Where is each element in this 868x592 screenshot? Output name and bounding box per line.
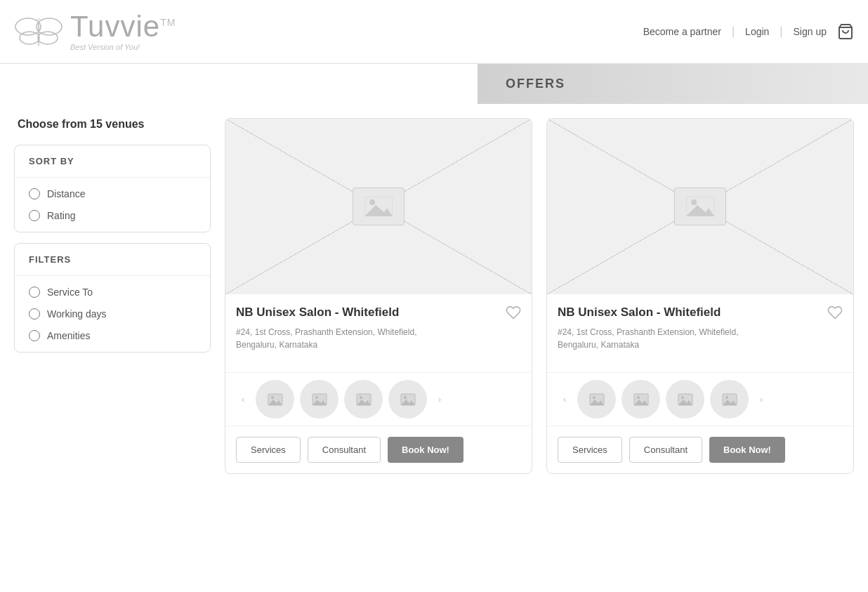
filter-amenities-label: Amenities (47, 330, 90, 341)
svg-point-33 (725, 396, 728, 399)
logo-tm: TM (160, 17, 176, 28)
mountain-icon-1 (364, 197, 393, 216)
venues-count: Choose from 15 venues (18, 118, 211, 131)
svg-point-9 (271, 396, 274, 399)
svg-point-27 (637, 396, 640, 399)
svg-point-3 (38, 32, 58, 44)
filter-service-to-option[interactable]: Service To (29, 287, 196, 298)
venue-image-1 (225, 119, 532, 294)
thumb-image-icon-2-4 (721, 391, 738, 408)
venue-info-1: NB Unisex Salon - Whitefield #24, 1st Cr… (225, 294, 532, 372)
venue-card-2: NB Unisex Salon - Whitefield #24, 1st Cr… (546, 118, 854, 474)
mountain-icon-2 (686, 197, 714, 216)
svg-point-12 (315, 396, 318, 399)
logo-title: TuvvieTM (70, 12, 176, 41)
logo-text-area: TuvvieTM Best Version of You! (70, 12, 176, 51)
venue-name-2: NB Unisex Salon - Whitefield (558, 305, 721, 320)
svg-point-15 (360, 396, 362, 399)
venue-name-row-1: NB Unisex Salon - Whitefield (236, 305, 521, 320)
svg-point-30 (681, 396, 684, 399)
nav-divider-2: | (780, 25, 782, 38)
sort-rating-label: Rating (47, 210, 75, 221)
carousel-prev-2[interactable]: ‹ (558, 393, 572, 407)
offers-banner-wrapper: OFFERS (0, 64, 868, 104)
nav-divider-1: | (732, 25, 735, 38)
heart-icon-2[interactable] (827, 305, 843, 320)
thumb-image-icon-1-1 (267, 391, 284, 408)
book-now-button-2[interactable]: Book Now! (709, 437, 785, 463)
filter-amenities-radio[interactable] (29, 330, 40, 341)
image-placeholder-icon-2 (674, 188, 726, 225)
image-placeholder-icon-1 (353, 188, 405, 225)
thumb-image-icon-2-1 (588, 391, 605, 408)
heart-icon-1[interactable] (506, 305, 521, 320)
thumb-1-3[interactable] (344, 380, 383, 419)
sort-distance-label: Distance (47, 188, 85, 199)
services-button-2[interactable]: Services (558, 437, 622, 463)
thumb-1-2[interactable] (300, 380, 338, 419)
venue-info-2: NB Unisex Salon - Whitefield #24, 1st Cr… (547, 294, 853, 372)
venue-actions-1: Services Consultant Book Now! (225, 426, 532, 473)
carousel-prev-1[interactable]: ‹ (236, 393, 250, 407)
filters-header: FILTERS (15, 244, 210, 276)
svg-point-6 (369, 199, 375, 205)
svg-point-24 (593, 396, 596, 399)
thumb-2-3[interactable] (666, 380, 704, 419)
sort-rating-radio[interactable] (29, 210, 40, 221)
filter-service-to-radio[interactable] (29, 287, 40, 298)
venue-address-1: #24, 1st Cross, Prashanth Extension, Whi… (236, 326, 521, 351)
listing-cards: NB Unisex Salon - Whitefield #24, 1st Cr… (225, 118, 854, 474)
login-link[interactable]: Login (745, 26, 769, 37)
listings: NB Unisex Salon - Whitefield #24, 1st Cr… (225, 118, 854, 474)
sort-rating-option[interactable]: Rating (29, 210, 196, 221)
filter-working-days-label: Working days (47, 308, 107, 320)
consultant-button-1[interactable]: Consultant (308, 437, 381, 463)
logo-tagline: Best Version of You! (70, 43, 176, 51)
sort-distance-option[interactable]: Distance (29, 188, 196, 199)
svg-point-21 (691, 199, 697, 205)
thumb-1-1[interactable] (256, 380, 294, 419)
logo-area: TuvvieTM Best Version of You! (14, 7, 176, 56)
venue-actions-2: Services Consultant Book Now! (547, 426, 853, 473)
cart-icon[interactable] (837, 23, 854, 40)
filters-body: Service To Working days Amenities (15, 276, 210, 352)
book-now-button-1[interactable]: Book Now! (388, 437, 463, 463)
signup-link[interactable]: Sign up (794, 26, 827, 37)
svg-point-2 (20, 32, 39, 44)
thumb-1-4[interactable] (388, 380, 427, 419)
thumb-2-2[interactable] (622, 380, 660, 419)
header-nav: Become a partner | Login | Sign up (643, 23, 854, 40)
venue-name-row-2: NB Unisex Salon - Whitefield (558, 305, 843, 320)
thumb-image-icon-1-4 (400, 391, 416, 408)
banner-spacer (0, 64, 239, 104)
venue-name-1: NB Unisex Salon - Whitefield (236, 305, 399, 320)
become-partner-link[interactable]: Become a partner (643, 26, 721, 37)
thumbnail-carousel-1: ‹ (225, 372, 532, 426)
services-button-1[interactable]: Services (236, 437, 301, 463)
offers-banner: OFFERS (478, 64, 868, 104)
sort-by-box: SORT BY Distance Rating (14, 145, 211, 232)
sort-by-body: Distance Rating (15, 178, 210, 232)
thumb-image-icon-2-2 (633, 391, 650, 408)
sort-by-header: SORT BY (15, 145, 210, 178)
venue-card-1: NB Unisex Salon - Whitefield #24, 1st Cr… (225, 118, 532, 474)
header: TuvvieTM Best Version of You! Become a p… (0, 0, 868, 64)
sort-distance-radio[interactable] (29, 188, 40, 199)
svg-point-18 (404, 396, 407, 399)
thumb-image-icon-2-3 (677, 391, 694, 408)
thumb-2-4[interactable] (710, 380, 749, 419)
butterfly-logo (14, 7, 63, 56)
filter-working-days-option[interactable]: Working days (29, 308, 196, 320)
consultant-button-2[interactable]: Consultant (629, 437, 702, 463)
carousel-next-2[interactable]: › (754, 393, 768, 407)
thumb-2-1[interactable] (577, 380, 616, 419)
venue-address-2: #24, 1st Cross, Prashanth Extension, Whi… (558, 326, 843, 351)
filters-box: FILTERS Service To Working days Amenitie… (14, 243, 211, 353)
filter-amenities-option[interactable]: Amenities (29, 330, 196, 341)
filter-working-days-radio[interactable] (29, 308, 40, 320)
venue-image-2 (547, 119, 853, 294)
offers-title: OFFERS (506, 77, 840, 91)
main-content: Choose from 15 venues SORT BY Distance R… (0, 104, 868, 488)
carousel-next-1[interactable]: › (433, 393, 447, 407)
sidebar: Choose from 15 venues SORT BY Distance R… (14, 118, 211, 474)
